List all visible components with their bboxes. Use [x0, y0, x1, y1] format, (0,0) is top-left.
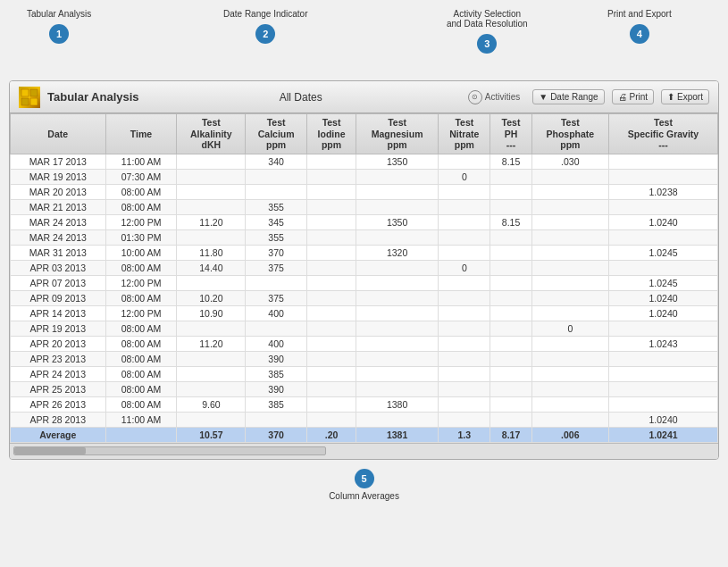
table-cell [439, 321, 490, 336]
table-cell [356, 184, 439, 199]
annotation-2: Date Range Indicator 2 [223, 9, 308, 44]
col-alkalinity: TestAlkalinitydKH [177, 114, 246, 154]
table-cell: 390 [246, 381, 307, 396]
table-cell: 1.0245 [609, 275, 718, 290]
table-cell [490, 412, 531, 427]
table-cell: APR 19 2013 [11, 321, 106, 336]
col-time: Time [105, 114, 177, 154]
table-cell [356, 290, 439, 305]
table-cell [177, 199, 246, 214]
svg-rect-0 [21, 89, 29, 96]
table-row: APR 23 201308:00 AM390 [11, 351, 718, 366]
annotation-4-label: Print and Export [607, 9, 672, 19]
table-cell [490, 260, 531, 275]
table-cell: 12:00 PM [105, 305, 177, 321]
table-cell [356, 229, 439, 245]
table-cell [439, 245, 490, 260]
table-cell [356, 321, 439, 336]
table-cell: 08:00 AM [105, 260, 177, 275]
col-date: Date [11, 114, 106, 154]
data-table: Date Time TestAlkalinitydKH TestCalciump… [10, 113, 718, 443]
table-cell: 9.60 [177, 396, 246, 412]
svg-rect-1 [30, 89, 38, 96]
table-cell [531, 381, 608, 396]
table-cell [246, 321, 307, 336]
table-cell [439, 290, 490, 305]
table-cell: 1.0240 [609, 290, 718, 305]
activities-button[interactable]: ⊙ Activities [463, 88, 525, 106]
table-cell [490, 229, 531, 245]
table-cell: 08:00 AM [105, 184, 177, 199]
table-cell [356, 260, 439, 275]
table-cell [307, 305, 356, 321]
date-range-button[interactable]: ▼ Date Range [532, 89, 604, 104]
table-cell [356, 351, 439, 366]
table-cell [439, 199, 490, 214]
table-row: MAR 24 201312:00 PM11.2034513508.151.024… [11, 214, 718, 229]
date-range-label: Date Range [550, 92, 598, 102]
table-cell [490, 275, 531, 290]
table-cell [307, 381, 356, 396]
table-row: APR 25 201308:00 AM390 [11, 381, 718, 396]
table-cell [531, 229, 608, 245]
table-cell: 0 [531, 321, 608, 336]
table-row: MAR 24 201301:30 PM355 [11, 229, 718, 245]
print-button[interactable]: 🖨 Print [612, 89, 655, 104]
table-cell [439, 184, 490, 199]
table-cell [490, 199, 531, 214]
table-cell [307, 412, 356, 427]
main-panel: Tabular Analysis All Dates ⊙ Activities … [9, 80, 719, 460]
table-cell [531, 290, 608, 305]
annotation-5: 5 Column Averages [329, 469, 399, 501]
table-cell: 390 [246, 351, 307, 366]
panel-controls: ⊙ Activities ▼ Date Range 🖨 Print ⬆ Expo… [463, 88, 709, 106]
table-cell [490, 366, 531, 381]
panel-header: Tabular Analysis All Dates ⊙ Activities … [10, 81, 718, 113]
table-cell [307, 366, 356, 381]
table-row: APR 26 201308:00 AM9.603851380 [11, 396, 718, 412]
table-cell [439, 154, 490, 169]
annotation-2-label: Date Range Indicator [223, 9, 308, 19]
annotation-3-bubble: 3 [477, 34, 497, 54]
table-cell [439, 396, 490, 412]
table-cell [490, 290, 531, 305]
table-row: APR 20 201308:00 AM11.204001.0243 [11, 336, 718, 351]
table-row: MAR 17 201311:00 AM34013508.15.030 [11, 154, 718, 169]
table-cell [356, 381, 439, 396]
horizontal-scrollbar[interactable] [13, 446, 326, 455]
annotation-3-label: Activity Selectionand Data Resolution [447, 9, 528, 29]
table-cell [531, 336, 608, 351]
average-cell: 8.17 [490, 427, 531, 442]
table-cell: 400 [246, 336, 307, 351]
table-cell: 1.0240 [609, 305, 718, 321]
table-cell [177, 154, 246, 169]
average-cell: 370 [246, 427, 307, 442]
table-cell: APR 07 2013 [11, 275, 106, 290]
table-cell [307, 260, 356, 275]
table-cell: APR 23 2013 [11, 351, 106, 366]
table-cell: 385 [246, 396, 307, 412]
table-cell [439, 351, 490, 366]
down-arrow-icon: ▼ [539, 92, 548, 102]
table-cell [307, 396, 356, 412]
table-cell: 340 [246, 154, 307, 169]
table-cell [490, 396, 531, 412]
table-row: APR 03 201308:00 AM14.403750 [11, 260, 718, 275]
table-cell: 08:00 AM [105, 321, 177, 336]
table-cell: 08:00 AM [105, 351, 177, 366]
annotation-1-bubble: 1 [49, 24, 69, 44]
table-cell: 0 [439, 169, 490, 184]
table-cell: MAR 24 2013 [11, 229, 106, 245]
table-cell: APR 24 2013 [11, 366, 106, 381]
table-cell [439, 275, 490, 290]
col-ph: TestPH--- [490, 114, 531, 154]
table-cell: 375 [246, 260, 307, 275]
table-cell [531, 305, 608, 321]
table-cell: 1320 [356, 245, 439, 260]
svg-rect-3 [30, 98, 38, 105]
table-wrapper[interactable]: Date Time TestAlkalinitydKH TestCalciump… [10, 113, 718, 443]
table-cell [531, 275, 608, 290]
annotations-area: Tabular Analysis 1 Date Range Indicator … [9, 9, 719, 80]
export-button[interactable]: ⬆ Export [661, 89, 709, 104]
table-cell: 01:30 PM [105, 229, 177, 245]
